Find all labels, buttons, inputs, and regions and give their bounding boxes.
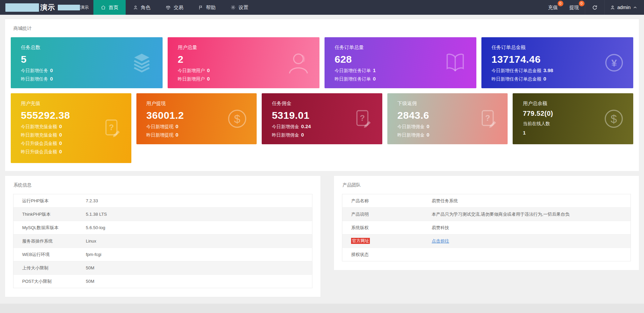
detail-label: 昨日新增提现 <box>146 133 174 138</box>
row-value-cell: 50M <box>86 261 312 275</box>
detail-label: 昨日升级会员金额 <box>21 149 57 154</box>
stat-card-detail: 昨日新增任务订单总金额0 <box>491 76 623 82</box>
user-menu[interactable]: admin <box>605 0 644 15</box>
nav-item-label: 设置 <box>239 4 248 11</box>
official-site-label: 官方网址 <box>351 238 370 244</box>
nav-item-help[interactable]: 帮助 <box>191 0 223 15</box>
refresh-icon <box>592 5 598 10</box>
stat-card-sub-rebate: 下级返佣2843.6今日新增佣金0昨日新增佣金0? <box>387 93 508 144</box>
stat-card-task-commission: 任务佣金5319.01今日新增佣金0.24昨日新增佣金0? <box>262 93 382 144</box>
system-info-title: 系统信息 <box>5 176 320 193</box>
svg-text:?: ? <box>109 123 114 132</box>
stat-card-user-total: 用户总量2今日新增用户0昨日新增用户0 <box>168 37 319 88</box>
layers-icon <box>130 51 154 75</box>
detail-value: 0 <box>59 123 62 129</box>
row-value-cell: 50M <box>86 275 312 288</box>
stat-card-detail: 昨日新增任务0 <box>21 76 153 82</box>
row-value-cell: 易赞任务系统 <box>432 194 631 208</box>
detail-value: 0 <box>176 123 178 129</box>
detail-value: 0 <box>59 132 62 138</box>
row-value-cell: 易赞科技 <box>432 221 631 234</box>
detail-value: 0 <box>207 76 210 82</box>
svg-text:?: ? <box>360 113 365 122</box>
nav-right-actions: 充值0提现0admin <box>543 0 644 15</box>
stat-card-title: 任务佣金 <box>272 100 372 107</box>
stats-row-2: 用户充值555292.38今日新增充值金额0昨日新增充值金额0今日升级会员金额0… <box>11 93 633 163</box>
detail-value: 0 <box>50 67 53 73</box>
nav-action-label: 提现 <box>569 4 579 11</box>
gear-icon <box>230 5 236 10</box>
scales-icon <box>165 5 171 10</box>
row-value-cell: 5.6.50-log <box>86 221 312 234</box>
detail-label: 昨日新增用户 <box>178 76 205 82</box>
row-label-cell: 产品名称 <box>342 194 432 208</box>
row-label-cell: ThinkPHP版本 <box>13 208 86 221</box>
detail-label: 昨日新增任务订单总金额 <box>491 76 542 82</box>
detail-label: 今日新增提现 <box>146 124 174 129</box>
detail-label: 昨日新增任务订单 <box>335 76 371 82</box>
detail-label: 今日新增用户 <box>178 68 205 73</box>
product-team-table: 产品名称易赞任务系统产品说明本产品只为学习测试交流,请勿要做商业或者用于违法行为… <box>342 194 631 261</box>
refresh-button[interactable] <box>585 0 605 15</box>
stat-card-title: 下级返佣 <box>397 100 498 107</box>
detail-value: 0 <box>176 132 178 138</box>
stat-card-title: 任务订单总量 <box>335 44 466 51</box>
detail-label: 今日新增任务订单总金额 <box>491 68 542 73</box>
system-info-row: ThinkPHP版本5.1.38 LTS <box>13 208 312 221</box>
nav-item-home[interactable]: 首页 <box>93 0 126 15</box>
row-value-cell: 本产品只为学习测试交流,请勿要做商业或者用于违法行为,一切后果自负 <box>432 208 631 221</box>
goto-link[interactable]: 点击前往 <box>432 239 449 244</box>
withdraw-button[interactable]: 提现0 <box>564 0 585 15</box>
user-outline-icon <box>284 49 311 76</box>
nav-item-label: 首页 <box>109 4 118 11</box>
product-team-panel: 产品团队 产品名称易赞任务系统产品说明本产品只为学习测试交流,请勿要做商业或者用… <box>334 175 639 270</box>
stat-card-detail: 昨日新增任务订单0 <box>335 76 466 82</box>
stat-card-user-withdraw: 用户提现36001.2今日新增提现0昨日新增提现0$ <box>136 93 257 144</box>
svg-text:¥: ¥ <box>611 57 617 68</box>
shop-stats-panel: 商城统计 任务总数5今日新增任务0昨日新增任务0用户总量2今日新增用户0昨日新增… <box>5 19 639 171</box>
stat-card-task-total: 任务总数5今日新增任务0昨日新增任务0 <box>11 37 163 88</box>
notification-badge: 0 <box>579 1 585 6</box>
stat-card-order-amount: 任务订单总金额137174.46今日新增任务订单总金额3.98昨日新增任务订单总… <box>481 37 633 88</box>
detail-label: 当前在线人数 <box>523 121 550 126</box>
detail-label: 今日新增任务 <box>21 68 48 73</box>
stat-card-detail: 昨日新增佣金0 <box>397 132 498 138</box>
product-team-row: 系统版权易赞科技 <box>342 221 631 234</box>
top-navbar: 演示 演示 首页角色交易帮助设置 充值0提现0admin <box>0 0 644 15</box>
detail-value: 0 <box>50 76 53 82</box>
nav-item-roles[interactable]: 角色 <box>126 0 158 15</box>
row-value-cell: Linux <box>86 234 312 248</box>
detail-value: 1 <box>373 67 376 73</box>
bottom-panels: 系统信息 运行PHP版本7.2.33ThinkPHP版本5.1.38 LTSMy… <box>5 175 639 297</box>
svg-text:$: $ <box>611 113 617 125</box>
notification-badge: 0 <box>558 1 563 6</box>
nav-action-label: 充值 <box>548 4 558 11</box>
stat-card-title: 任务总数 <box>21 44 153 51</box>
stat-card-detail: 昨日新增提现0 <box>146 132 247 138</box>
nav-item-settings[interactable]: 设置 <box>223 0 256 15</box>
stat-card-title: 用户提现 <box>146 100 247 107</box>
nav-menu: 首页角色交易帮助设置 <box>93 0 256 15</box>
dollar-circle-icon: $ <box>603 108 625 129</box>
detail-label: 昨日新增任务 <box>21 76 48 82</box>
svg-text:?: ? <box>485 113 490 122</box>
detail-value: 1 <box>523 130 525 136</box>
product-team-row: 产品说明本产品只为学习测试交流,请勿要做商业或者用于违法行为,一切后果自负 <box>342 208 631 221</box>
clipboard-question-icon: ? <box>351 107 374 130</box>
detail-value: 3.98 <box>544 67 553 73</box>
stat-card-detail: 今日升级会员金额0 <box>21 140 121 147</box>
system-info-row: 服务器操作系统Linux <box>13 234 312 248</box>
stat-card-title: 任务订单总金额 <box>491 44 623 51</box>
user-icon <box>133 5 138 10</box>
row-label-cell: 上传大小限制 <box>13 261 86 275</box>
recharge-button[interactable]: 充值0 <box>543 0 564 15</box>
system-info-row: POST大小限制50M <box>13 275 312 288</box>
product-team-row: 官方网址点击前往 <box>342 234 631 248</box>
nav-item-trade[interactable]: 交易 <box>158 0 191 15</box>
stat-card-title: 用户充值 <box>21 100 121 107</box>
nav-item-label: 交易 <box>174 4 183 11</box>
row-label-cell: 运行PHP版本 <box>13 194 86 208</box>
stat-card-detail: 昨日新增用户0 <box>178 76 309 82</box>
row-label-cell: 授权状态 <box>342 248 432 261</box>
detail-value: 0 <box>59 149 62 154</box>
